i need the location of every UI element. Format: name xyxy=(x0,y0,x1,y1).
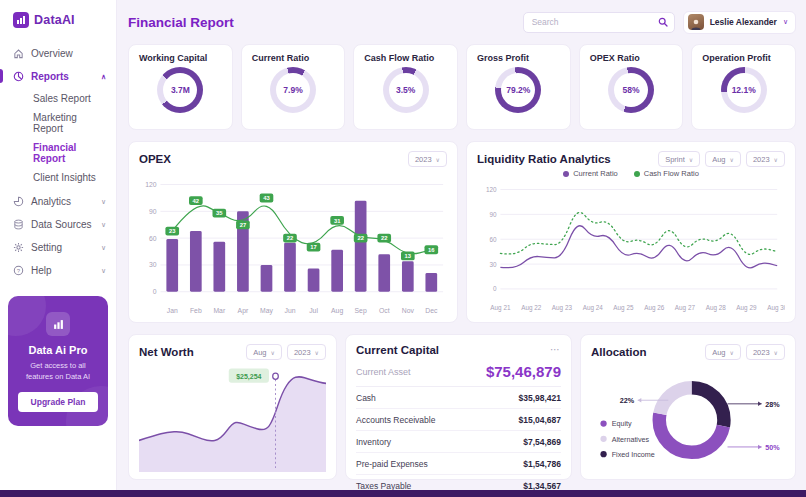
user-menu[interactable]: Leslie Alexander ∨ xyxy=(683,11,796,34)
filter-select-2023[interactable]: 2023∨ xyxy=(746,344,785,360)
sidebar-item-analytics[interactable]: Analytics∨ xyxy=(0,190,116,213)
sidebar: DataAI OverviewReports∧Sales ReportMarke… xyxy=(0,0,117,490)
sidebar-item-help[interactable]: ?Help∨ xyxy=(0,259,116,282)
table-row: Accounts Receivable$15,04,687 xyxy=(356,409,561,431)
app-logo-icon xyxy=(13,12,29,28)
kpi-value: 7.9% xyxy=(270,67,316,113)
chevron-icon: ∨ xyxy=(101,267,106,275)
upgrade-plan-button[interactable]: Upgrade Plan xyxy=(18,392,99,412)
opex-year-select[interactable]: 2023∨ xyxy=(408,151,447,167)
page-title: Financial Report xyxy=(128,15,234,30)
svg-text:0: 0 xyxy=(153,288,157,295)
chevron-down-icon: ∨ xyxy=(271,349,275,356)
sidebar-item-sales-report[interactable]: Sales Report xyxy=(0,89,116,108)
sidebar-item-setting[interactable]: Setting∨ xyxy=(0,236,116,259)
sidebar-item-client-insights[interactable]: Client Insights xyxy=(0,168,116,187)
sidebar-item-overview[interactable]: Overview xyxy=(0,42,116,65)
sidebar-item-data-sources[interactable]: Data Sources∨ xyxy=(0,213,116,236)
filter-select-aug[interactable]: Aug∨ xyxy=(705,151,741,167)
svg-text:Fixed Income: Fixed Income xyxy=(612,451,655,459)
kpi-label: Gross Profit xyxy=(477,53,560,63)
sidebar-item-marketing-report[interactable]: Marketing Report xyxy=(0,108,116,138)
pro-title: Data Ai Pro xyxy=(16,344,100,356)
svg-text:50%: 50% xyxy=(765,444,780,452)
svg-text:Apr: Apr xyxy=(238,307,249,315)
chevron-down-icon: ∨ xyxy=(730,349,734,356)
svg-text:90: 90 xyxy=(149,208,157,215)
analytics-icon xyxy=(13,196,24,207)
svg-text:Aug 23: Aug 23 xyxy=(552,304,573,312)
svg-text:22: 22 xyxy=(357,235,364,241)
pro-subtitle: Get access to all features on Data AI xyxy=(16,361,100,382)
kpi-donut-chart: 3.7M xyxy=(157,67,203,113)
sidebar-item-label: Reports xyxy=(31,71,69,82)
chevron-down-icon: ∨ xyxy=(774,349,778,356)
svg-text:Nov: Nov xyxy=(402,307,415,314)
svg-text:Feb: Feb xyxy=(190,307,202,314)
net-worth-title: Net Worth xyxy=(139,346,194,358)
svg-text:Alternatives: Alternatives xyxy=(612,436,650,444)
avatar xyxy=(688,14,704,30)
main-content: Financial Report Leslie Alexander ∨ xyxy=(117,0,806,490)
allocation-card: Allocation Aug∨2023∨ 28%50%22%EquityAlte… xyxy=(580,334,796,480)
filter-select-2023[interactable]: 2023∨ xyxy=(746,151,785,167)
kpi-card-current-ratio: Current Ratio7.9% xyxy=(241,44,346,130)
svg-text:Aug 28: Aug 28 xyxy=(706,304,727,312)
svg-text:30: 30 xyxy=(149,261,157,268)
kpi-card-cash-flow-ratio: Cash Flow Ratio3.5% xyxy=(353,44,458,130)
svg-text:Aug 21: Aug 21 xyxy=(490,304,511,312)
gear-icon xyxy=(13,242,24,253)
chevron-down-icon: ∨ xyxy=(774,156,778,163)
app-root: DataAI OverviewReports∧Sales ReportMarke… xyxy=(0,0,806,497)
filter-select-2023[interactable]: 2023∨ xyxy=(287,344,326,360)
kpi-label: OPEX Ratio xyxy=(590,53,673,63)
svg-text:42: 42 xyxy=(193,198,200,204)
svg-text:Aug 24: Aug 24 xyxy=(583,304,604,312)
svg-text:22: 22 xyxy=(287,235,294,241)
chevron-icon: ∨ xyxy=(101,221,106,229)
search-input[interactable] xyxy=(532,17,658,27)
filter-select-sprint[interactable]: Sprint∨ xyxy=(658,151,700,167)
kpi-value: 79.2% xyxy=(495,67,541,113)
topbar: Financial Report Leslie Alexander ∨ xyxy=(128,8,796,36)
svg-text:30: 30 xyxy=(489,261,497,268)
current-asset-value: $75,46,879 xyxy=(486,363,561,380)
bottom-strip xyxy=(0,490,806,497)
kpi-label: Current Ratio xyxy=(252,53,335,63)
sidebar-item-label: Help xyxy=(31,265,52,276)
kpi-label: Cash Flow Ratio xyxy=(364,53,447,63)
filter-select-aug[interactable]: Aug∨ xyxy=(705,344,741,360)
sidebar-item-label: Data Sources xyxy=(31,219,92,230)
table-row: Cash$35,98,421 xyxy=(356,387,561,409)
reports-icon xyxy=(13,71,24,82)
chart-icon xyxy=(46,312,70,336)
net-worth-filters: Aug∨2023∨ xyxy=(246,344,326,360)
kpi-donut-chart: 58% xyxy=(608,67,654,113)
sidebar-item-financial-report[interactable]: Financial Report xyxy=(0,138,116,168)
reports-sub-list: Sales ReportMarketing ReportFinancial Re… xyxy=(0,88,116,190)
capital-table: Cash$35,98,421Accounts Receivable$15,04,… xyxy=(356,387,561,496)
svg-text:Aug 27: Aug 27 xyxy=(675,304,696,312)
database-icon xyxy=(13,219,24,230)
svg-text:Dec: Dec xyxy=(425,307,438,314)
svg-text:Aug 25: Aug 25 xyxy=(613,304,634,312)
filter-select-aug[interactable]: Aug∨ xyxy=(246,344,282,360)
liquidity-filters: Sprint∨Aug∨2023∨ xyxy=(658,151,785,167)
svg-text:?: ? xyxy=(17,268,21,274)
kpi-label: Working Capital xyxy=(139,53,222,63)
svg-text:Aug 30: Aug 30 xyxy=(767,304,785,312)
sidebar-nav: OverviewReports∧Sales ReportMarketing Re… xyxy=(0,42,116,282)
kpi-value: 3.5% xyxy=(383,67,429,113)
svg-text:120: 120 xyxy=(145,181,157,188)
current-asset-label: Current Asset xyxy=(356,367,411,377)
kpi-row: Working Capital3.7MCurrent Ratio7.9%Cash… xyxy=(128,44,796,130)
sidebar-item-reports[interactable]: Reports∧ xyxy=(0,65,116,88)
kpi-donut-chart: 3.5% xyxy=(383,67,429,113)
search-icon[interactable] xyxy=(658,17,668,27)
svg-text:35: 35 xyxy=(216,210,223,216)
svg-text:Aug 26: Aug 26 xyxy=(644,304,665,312)
svg-text:Equity: Equity xyxy=(612,420,632,428)
svg-text:$25,254: $25,254 xyxy=(236,372,262,381)
svg-text:27: 27 xyxy=(240,222,246,228)
svg-text:Oct: Oct xyxy=(379,307,390,314)
